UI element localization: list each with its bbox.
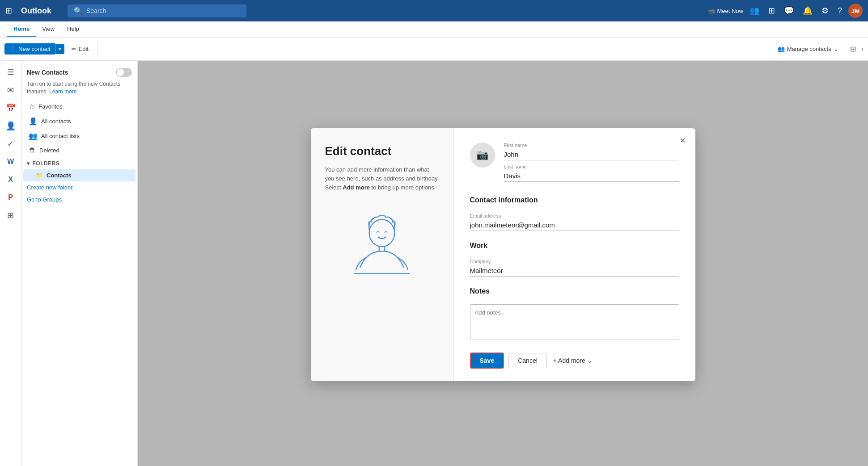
chevron-down-icon: ⌄	[834, 46, 838, 52]
hamburger-icon[interactable]: ☰	[3, 64, 19, 80]
settings-icon[interactable]: ⚙	[819, 4, 831, 17]
people-nav-icon[interactable]: 👤	[3, 118, 19, 134]
modal-overlay: Edit contact You can add more informatio…	[138, 61, 868, 466]
tab-help[interactable]: Help	[61, 22, 85, 37]
topbar-right: 📹 Meet Now 👥 ⊞ 💬 🔔 ⚙ ? JM	[708, 4, 863, 18]
dialog-title: Edit contact	[325, 144, 439, 158]
calendar-nav-icon[interactable]: 📅	[3, 100, 19, 116]
app-name: Outlook	[21, 6, 51, 16]
tab-view[interactable]: View	[36, 22, 61, 37]
notes-textarea[interactable]	[470, 304, 679, 340]
dialog-footer: Save Cancel + Add more ⌄	[470, 349, 679, 369]
mail-nav-icon[interactable]: ✉	[3, 82, 19, 98]
email-input[interactable]	[470, 219, 679, 231]
email-label: Email address	[470, 213, 679, 218]
waffle-icon[interactable]: ⊞	[5, 6, 12, 16]
sidebar-item-favorites[interactable]: ☆ Favorites	[23, 99, 135, 114]
work-header: Work	[470, 242, 679, 250]
notes-header: Notes	[470, 287, 679, 295]
bell-icon[interactable]: 🔔	[800, 4, 815, 17]
manage-contacts-button[interactable]: 👥 Manage contacts ⌄	[773, 43, 843, 55]
excel-nav-icon[interactable]: X	[3, 172, 19, 188]
new-contact-split-button[interactable]: 👤 New contact ▾	[4, 43, 64, 55]
first-name-field-group: First name	[504, 143, 679, 160]
person-icon: 👤	[29, 117, 38, 126]
save-button[interactable]: Save	[470, 353, 504, 369]
sidebar-item-all-contacts[interactable]: 👤 All contacts	[23, 114, 135, 129]
avatar-upload-button[interactable]: 📷	[470, 143, 495, 168]
company-field-group: Company	[470, 259, 679, 277]
sidebar-item-all-contact-lists[interactable]: 👥 All contact lists	[23, 129, 135, 143]
contacts-icon: 👥	[778, 46, 785, 52]
favorites-icon: ☆	[29, 102, 35, 111]
dialog-close-button[interactable]: ✕	[677, 134, 689, 147]
ribbon: 👤 New contact ▾ ✏ Edit 👥 Manage contacts…	[0, 38, 868, 61]
tasks-nav-icon[interactable]: ✓	[3, 136, 19, 152]
dialog-illustration	[325, 210, 439, 281]
trash-icon: 🗑	[29, 147, 36, 155]
edit-contact-dialog: Edit contact You can add more informatio…	[311, 128, 695, 381]
sidebar-icons: ☰ ✉ 📅 👤 ✓ W X P ⊞	[0, 61, 21, 466]
topbar: ⊞ Outlook 🔍 📹 Meet Now 👥 ⊞ 💬 🔔 ⚙ ? JM	[0, 0, 868, 21]
nav-description: Turn on to start using the new Contacts …	[21, 80, 137, 99]
dialog-left-panel: Edit contact You can add more informatio…	[311, 128, 454, 381]
main-layout: ☰ ✉ 📅 👤 ✓ W X P ⊞ New Contacts Turn on t…	[0, 61, 868, 466]
search-bar[interactable]: 🔍	[68, 4, 246, 17]
avatar-names-row: 📷 First name Last name	[470, 143, 679, 185]
company-input[interactable]	[470, 265, 679, 277]
nav-panel-header: New Contacts	[21, 66, 137, 80]
create-new-folder-link[interactable]: Create new folder	[21, 181, 137, 193]
avatar[interactable]: JM	[848, 4, 863, 18]
last-name-input[interactable]	[504, 170, 679, 182]
cancel-button[interactable]: Cancel	[508, 353, 547, 368]
new-contact-main-button[interactable]: 👤 New contact	[4, 43, 55, 55]
chevron-right-icon[interactable]: ›	[861, 45, 864, 53]
sidebar-item-deleted[interactable]: 🗑 Deleted	[23, 143, 135, 158]
ribbon-separator	[97, 42, 98, 56]
edit-icon: ✏	[72, 46, 76, 52]
go-to-groups-link[interactable]: Go to Groups	[21, 193, 137, 206]
names-column: First name Last name	[504, 143, 679, 185]
content-area: Edit contact You can add more informatio…	[138, 61, 868, 466]
new-contact-dropdown-button[interactable]: ▾	[55, 44, 64, 54]
powerpoint-nav-icon[interactable]: P	[3, 189, 19, 206]
camera-icon: 📷	[476, 149, 488, 161]
svg-point-0	[369, 219, 395, 246]
add-more-button[interactable]: + Add more ⌄	[553, 357, 593, 364]
folders-section-header[interactable]: ▾ Folders	[21, 158, 137, 169]
last-name-label: Last name	[504, 164, 679, 169]
grid-view-icon[interactable]: ⊞	[850, 45, 856, 53]
people-icon[interactable]: 👥	[747, 4, 762, 17]
nav-panel-title: New Contacts	[27, 69, 68, 76]
meet-now-icon: 📹	[708, 8, 715, 14]
chevron-down-icon: ⌄	[587, 357, 593, 364]
search-input[interactable]	[86, 7, 240, 14]
nav-panel: New Contacts Turn on to start using the …	[21, 61, 138, 466]
edit-button[interactable]: ✏ Edit	[67, 43, 93, 55]
folder-contacts-icon: 📁	[36, 172, 43, 179]
grid-icon[interactable]: ⊞	[766, 4, 778, 17]
learn-more-link[interactable]: Learn more	[49, 88, 76, 95]
person-add-icon: 👤	[9, 46, 16, 52]
company-label: Company	[470, 259, 679, 264]
chevron-down-icon: ▾	[27, 160, 30, 167]
help-icon[interactable]: ?	[835, 4, 845, 17]
sidebar-item-contacts[interactable]: 📁 Contacts	[23, 169, 135, 181]
meet-now-button[interactable]: 📹 Meet Now	[708, 8, 743, 14]
tab-home[interactable]: Home	[7, 22, 36, 37]
dialog-right-panel: 📷 First name Last name	[454, 128, 695, 381]
dialog-description: You can add more information than what y…	[325, 165, 439, 192]
last-name-field-group: Last name	[504, 164, 679, 182]
contact-info-header: Contact information	[470, 196, 679, 204]
first-name-input[interactable]	[504, 149, 679, 160]
apps-nav-icon[interactable]: ⊞	[3, 207, 19, 223]
email-field-group: Email address	[470, 213, 679, 231]
ribbon-tabs: Home View Help	[0, 21, 868, 38]
new-contacts-toggle[interactable]	[116, 68, 132, 77]
search-icon: 🔍	[74, 7, 83, 15]
feedback-icon[interactable]: 💬	[781, 4, 796, 17]
people-icon: 👥	[29, 132, 38, 140]
word-nav-icon[interactable]: W	[3, 154, 19, 170]
first-name-label: First name	[504, 143, 679, 148]
